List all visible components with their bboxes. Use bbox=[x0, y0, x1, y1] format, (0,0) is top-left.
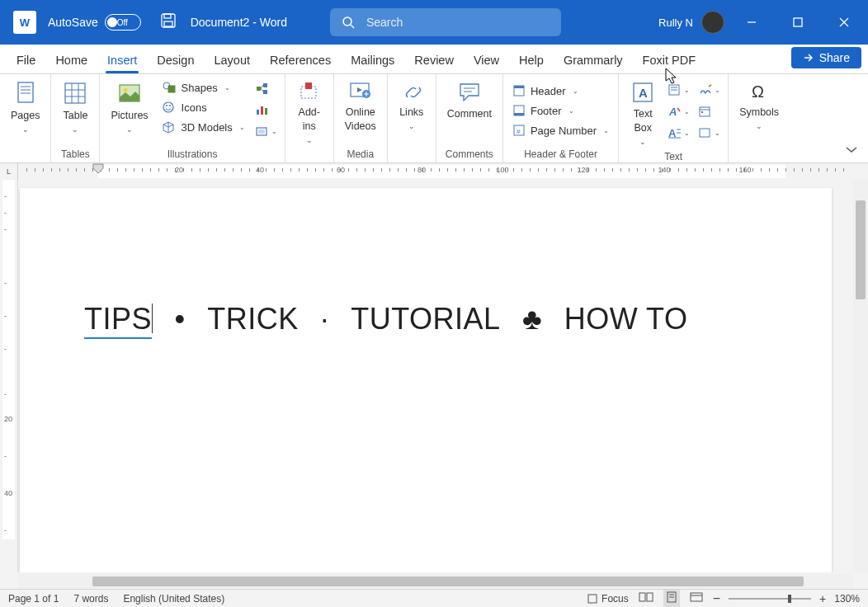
svg-point-19 bbox=[124, 88, 128, 92]
3d-models-button[interactable]: 3D Models⌄ bbox=[157, 118, 250, 136]
pages-button[interactable]: Pages ⌄ bbox=[4, 78, 46, 137]
autosave-switch-off[interactable]: Off bbox=[105, 14, 141, 31]
svg-text:Ω: Ω bbox=[752, 82, 764, 101]
text-tutorial: TUTORIAL bbox=[351, 302, 500, 336]
search-box[interactable]: Search bbox=[330, 8, 561, 36]
zoom-level[interactable]: 130% bbox=[834, 593, 860, 605]
comment-label: Comment bbox=[447, 107, 492, 121]
status-page[interactable]: Page 1 of 1 bbox=[8, 593, 59, 605]
chevron-down-icon: ⌄ bbox=[72, 125, 78, 134]
autosave-label: AutoSave bbox=[48, 16, 98, 29]
tab-references[interactable]: References bbox=[260, 49, 341, 73]
vertical-ruler[interactable]: - - - - - - - 20 - 40 - bbox=[0, 180, 18, 572]
page-scroll-area[interactable]: TIPS • TRICK · TUTORIAL ♣ HOW TO bbox=[18, 180, 853, 572]
tab-home[interactable]: Home bbox=[45, 49, 97, 73]
signature-button[interactable]: ⌄ bbox=[695, 80, 724, 100]
ribbon-tabs: File Home Insert Design Layout Reference… bbox=[0, 45, 868, 74]
focus-mode-button[interactable]: Focus bbox=[587, 593, 629, 605]
group-media: Online Videos Media bbox=[334, 74, 388, 162]
shapes-button[interactable]: Shapes⌄ bbox=[157, 78, 250, 96]
zoom-slider[interactable] bbox=[729, 598, 811, 600]
horizontal-scrollbar[interactable] bbox=[18, 574, 853, 589]
vscroll-thumb[interactable] bbox=[856, 200, 866, 299]
pictures-button[interactable]: Pictures ⌄ bbox=[104, 78, 154, 137]
minimize-button[interactable] bbox=[733, 6, 771, 39]
tab-design[interactable]: Design bbox=[147, 49, 204, 73]
tab-view[interactable]: View bbox=[464, 49, 509, 73]
svg-rect-1 bbox=[164, 14, 171, 18]
svg-line-29 bbox=[261, 88, 263, 92]
svg-rect-68 bbox=[691, 593, 702, 601]
quick-parts-button[interactable]: ⌄ bbox=[664, 80, 693, 100]
group-pages: Pages ⌄ bbox=[0, 74, 51, 162]
table-button[interactable]: Table ⌄ bbox=[55, 78, 95, 137]
svg-text:A: A bbox=[668, 106, 677, 118]
search-icon bbox=[342, 16, 355, 29]
tab-help[interactable]: Help bbox=[509, 49, 554, 73]
group-text: A Text Box⌄ ⌄ A⌄ A⌄ ⌄ ⌄ Text bbox=[619, 74, 729, 162]
document-page[interactable]: TIPS • TRICK · TUTORIAL ♣ HOW TO bbox=[20, 188, 832, 572]
svg-rect-34 bbox=[258, 129, 265, 134]
svg-rect-27 bbox=[263, 90, 267, 94]
tab-foxit-pdf[interactable]: Foxit PDF bbox=[633, 49, 705, 73]
print-layout-button[interactable] bbox=[663, 590, 680, 607]
symbols-button[interactable]: Ω Symbols ⌄ bbox=[733, 78, 785, 134]
tab-mailings[interactable]: Mailings bbox=[341, 49, 404, 73]
smartart-button[interactable] bbox=[252, 78, 281, 98]
wordart-button[interactable]: A⌄ bbox=[664, 101, 693, 121]
share-label: Share bbox=[819, 51, 850, 64]
hscroll-thumb[interactable] bbox=[92, 576, 804, 586]
tab-layout[interactable]: Layout bbox=[204, 49, 260, 73]
icons-button[interactable]: Icons bbox=[157, 98, 250, 116]
status-words[interactable]: 7 words bbox=[73, 593, 108, 605]
zoom-in-button[interactable]: + bbox=[819, 592, 826, 605]
text-trick: TRICK bbox=[207, 302, 299, 336]
addins-button[interactable]: Add- ins ⌄ bbox=[290, 78, 329, 148]
addins-label: Add- ins bbox=[299, 106, 320, 134]
user-avatar[interactable] bbox=[701, 11, 724, 34]
tab-review[interactable]: Review bbox=[404, 49, 464, 73]
svg-point-24 bbox=[169, 105, 171, 106]
tab-insert[interactable]: Insert bbox=[97, 49, 147, 73]
indent-first-line-marker[interactable] bbox=[92, 163, 104, 178]
page-number-button[interactable]: # Page Number⌄ bbox=[507, 121, 614, 139]
comment-button[interactable]: Comment bbox=[441, 78, 498, 124]
share-button[interactable]: Share bbox=[791, 47, 861, 68]
save-icon[interactable] bbox=[161, 13, 176, 31]
zoom-thumb[interactable] bbox=[788, 595, 791, 603]
tab-grammarly[interactable]: Grammarly bbox=[554, 49, 633, 73]
document-title: Document2 - Word bbox=[191, 16, 287, 29]
date-time-button[interactable] bbox=[695, 101, 724, 121]
chart-button[interactable] bbox=[252, 100, 281, 120]
drop-cap-button[interactable]: A⌄ bbox=[664, 123, 693, 143]
read-mode-button[interactable] bbox=[637, 590, 655, 607]
document-content[interactable]: TIPS • TRICK · TUTORIAL ♣ HOW TO bbox=[84, 302, 767, 336]
user-name[interactable]: Rully N bbox=[658, 16, 693, 29]
footer-icon bbox=[512, 104, 526, 117]
footer-button[interactable]: Footer⌄ bbox=[507, 101, 614, 120]
chevron-down-icon: ⌄ bbox=[408, 121, 415, 131]
horizontal-ruler[interactable]: 20406080100120140160 bbox=[18, 163, 868, 180]
symbols-label: Symbols bbox=[739, 106, 779, 120]
group-illustrations: Pictures ⌄ Shapes⌄ Icons 3D Models⌄ bbox=[100, 74, 285, 162]
online-videos-button[interactable]: Online Videos bbox=[338, 78, 383, 136]
autosave-toggle[interactable]: AutoSave Off bbox=[48, 14, 141, 31]
web-layout-button[interactable] bbox=[688, 590, 705, 607]
textbox-button[interactable]: A Text Box⌄ bbox=[623, 78, 663, 149]
tab-file[interactable]: File bbox=[7, 49, 45, 73]
zoom-out-button[interactable]: − bbox=[713, 591, 720, 606]
vertical-scrollbar[interactable] bbox=[853, 180, 868, 572]
object-button[interactable]: ⌄ bbox=[695, 123, 724, 143]
maximize-button[interactable] bbox=[779, 6, 817, 39]
close-button[interactable] bbox=[825, 6, 863, 39]
table-label: Table bbox=[64, 109, 88, 123]
share-icon bbox=[803, 52, 814, 64]
collapse-ribbon-button[interactable] bbox=[845, 143, 858, 158]
group-tables-label: Tables bbox=[61, 147, 90, 162]
svg-point-22 bbox=[163, 102, 173, 112]
links-button[interactable]: Links ⌄ bbox=[392, 78, 432, 134]
status-language[interactable]: English (United States) bbox=[123, 593, 224, 605]
header-button[interactable]: Header⌄ bbox=[507, 82, 614, 100]
screenshot-button[interactable]: ⌄ bbox=[252, 121, 281, 141]
status-bar: Page 1 of 1 7 words English (United Stat… bbox=[0, 589, 868, 607]
